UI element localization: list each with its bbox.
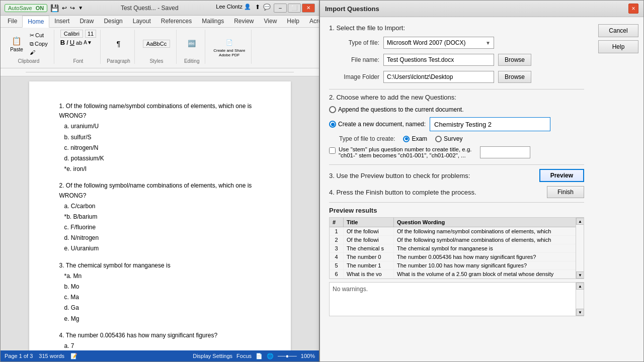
type-to-create-label: Type of file to create: — [339, 135, 395, 142]
dialog-side-buttons: Cancel Help — [593, 17, 643, 361]
preview-table-container: # Title Question Wording 1 Of the follow… — [329, 217, 584, 279]
user-avatar[interactable]: Lee Clontz 👤 — [216, 4, 251, 13]
stem-checkbox[interactable] — [329, 147, 336, 154]
warnings-scroll-down[interactable]: ▼ — [576, 309, 584, 316]
tab-insert[interactable]: Insert — [49, 16, 74, 27]
tab-design[interactable]: Design — [99, 16, 127, 27]
finish-button[interactable]: Finish — [547, 186, 584, 198]
tab-help[interactable]: Help — [282, 16, 304, 27]
file-name-input[interactable] — [383, 54, 494, 66]
browse-file-button[interactable]: Browse — [498, 54, 531, 66]
question-1: 1. Of the following name/symbol combinat… — [59, 102, 261, 174]
append-radio-group: Append the questions to the current docu… — [329, 106, 584, 113]
question-4: 4. The number 0.005436 has how many sign… — [59, 331, 261, 350]
autosave-toggle[interactable]: AutoSave ON — [5, 4, 47, 12]
stem-checkbox-label[interactable]: Use "stem" plus question number to creat… — [329, 146, 472, 158]
close-button[interactable]: ✕ — [302, 4, 315, 13]
browse-folder-button[interactable]: Browse — [498, 71, 531, 83]
document-name-input[interactable] — [430, 117, 550, 131]
ribbon-content: 📋 Paste ✂ Cut ⧉ Copy 🖌 Clipboard Calibri… — [1, 28, 319, 68]
table-header: # Title Question Wording — [330, 218, 576, 227]
ribbon: File Home Insert Draw Design Layout Refe… — [1, 16, 319, 68]
status-left: Page 1 of 3 315 words 📝 — [5, 353, 77, 359]
comment-icon[interactable]: 💬 — [263, 4, 271, 13]
styles-button[interactable]: AaBbCc — [141, 39, 172, 49]
underline-button[interactable]: U — [70, 39, 74, 46]
tab-file[interactable]: File — [3, 16, 22, 27]
warnings-container: No warnings. ▲ ▼ — [329, 282, 584, 316]
font-size-selector[interactable]: 11 — [85, 30, 96, 38]
font-family-selector[interactable]: Calibri — [60, 30, 83, 38]
warnings-scrollbar[interactable]: ▲ ▼ — [576, 283, 584, 316]
survey-radio-circle — [435, 136, 442, 142]
customize-icon[interactable]: ▼ — [78, 5, 83, 11]
bold-button[interactable]: B — [60, 39, 65, 46]
view-web-icon[interactable]: 🌐 — [267, 353, 274, 359]
image-folder-label: Image Folder — [329, 73, 379, 80]
tab-home[interactable]: Home — [22, 16, 49, 28]
question-2-text: 2. Of the following symbol/name combinat… — [59, 181, 261, 200]
section-1-label: 1. Select the file to Import: — [329, 24, 584, 32]
italic-button[interactable]: I — [66, 39, 68, 46]
share-icon[interactable]: ⬆ — [255, 4, 260, 13]
header-wording: Question Wording — [394, 218, 576, 227]
format-painter-button[interactable]: 🖌 — [28, 49, 50, 56]
proofing-icon[interactable]: 📝 — [70, 353, 77, 359]
paste-button[interactable]: 📋 Paste — [8, 34, 26, 53]
tab-draw[interactable]: Draw — [74, 16, 99, 27]
preview-results-label: Preview results — [329, 207, 584, 214]
create-radio[interactable]: Create a new document, named: — [329, 121, 426, 128]
scroll-up-arrow[interactable]: ▲ — [576, 218, 584, 225]
scroll-down-arrow[interactable]: ▼ — [576, 272, 584, 279]
question-1-answers: a. uranium/U b. sulfur/S c. nitrogen/N d… — [59, 122, 261, 174]
preview-button[interactable]: Preview — [539, 169, 584, 182]
tab-layout[interactable]: Layout — [128, 16, 156, 27]
copy-icon: ⧉ — [30, 41, 34, 47]
redo-icon[interactable]: ↪ — [70, 5, 75, 12]
document-area[interactable]: 1. Of the following name/symbol combinat… — [1, 76, 319, 350]
zoom-slider[interactable]: ──●── — [278, 353, 297, 359]
tab-references[interactable]: References — [156, 16, 197, 27]
question-4-text: 4. The number 0.005436 has how many sign… — [59, 331, 261, 340]
view-print-icon[interactable]: 📄 — [256, 353, 263, 359]
copy-button[interactable]: ⧉ Copy — [28, 40, 50, 48]
restore-button[interactable]: ⬜ — [288, 4, 301, 13]
stem-label: Use "stem" plus question number to creat… — [339, 146, 472, 158]
save-icon[interactable]: 💾 — [50, 4, 59, 12]
cut-button[interactable]: ✂ Cut — [28, 32, 50, 39]
import-dialog: Import Questions × 1. Select the file to… — [319, 0, 644, 362]
strikethrough-button[interactable]: ab — [76, 40, 82, 46]
styles-group: AaBbCc Styles — [137, 30, 177, 64]
font-label: Font — [73, 58, 83, 64]
survey-radio[interactable]: Survey — [435, 135, 462, 142]
create-radio-circle — [329, 121, 336, 128]
file-type-row: Type of file to create: Exam Survey — [329, 135, 584, 142]
file-type-selector[interactable]: Microsoft Word 2007 (DOCX) ▼ — [383, 37, 494, 49]
ruler — [1, 68, 319, 76]
paragraph-button[interactable]: ¶ — [109, 37, 127, 51]
tab-view[interactable]: View — [259, 16, 282, 27]
cancel-button[interactable]: Cancel — [598, 24, 638, 37]
display-settings[interactable]: Display Settings — [193, 353, 232, 359]
section-1: 1. Select the file to Import: Type of fi… — [329, 24, 584, 83]
undo-icon[interactable]: ↩ — [62, 5, 67, 12]
stem-input[interactable] — [480, 146, 530, 158]
table-row: 4 The number 0 The number 0.005436 has h… — [330, 253, 576, 261]
focus-mode[interactable]: Focus — [236, 353, 252, 359]
dialog-close-button[interactable]: × — [628, 4, 638, 14]
exam-radio[interactable]: Exam — [403, 135, 427, 142]
help-button[interactable]: Help — [598, 40, 638, 53]
editing-button[interactable]: 🔤 — [183, 37, 201, 51]
font-color-button[interactable]: A▼ — [84, 40, 92, 45]
image-folder-input[interactable] — [383, 71, 494, 83]
warnings-scroll-up[interactable]: ▲ — [576, 283, 584, 290]
image-folder-row: Image Folder Browse — [329, 71, 584, 83]
append-radio[interactable]: Append the questions to the current docu… — [329, 106, 464, 113]
stem-row: Use "stem" plus question number to creat… — [329, 146, 584, 158]
table-scrollbar[interactable]: ▲ ▼ — [576, 218, 584, 279]
tab-review[interactable]: Review — [229, 16, 259, 27]
tab-mailings[interactable]: Mailings — [197, 16, 229, 27]
adobe-pdf-button[interactable]: 📄 Create and ShareAdobe PDF — [211, 35, 247, 58]
minimize-button[interactable]: – — [274, 4, 287, 13]
cut-icon: ✂ — [30, 32, 34, 39]
